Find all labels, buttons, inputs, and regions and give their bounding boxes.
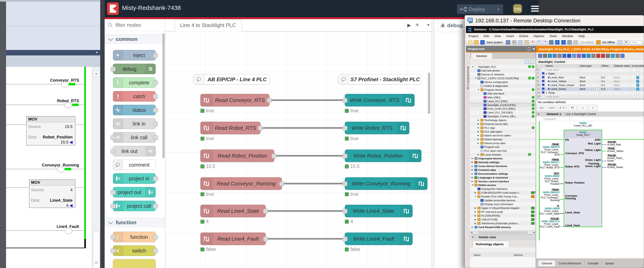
- palette-node-project-in[interactable]: project in: [113, 173, 156, 184]
- tree-expander-closed-icon[interactable]: ▶: [472, 180, 473, 182]
- tag-toolbar-icon[interactable]: [553, 54, 557, 58]
- menu-options[interactable]: Options: [531, 33, 547, 39]
- tag-row-8[interactable]: 8Line4_RedBool0.0false✓: [536, 76, 644, 80]
- tree-item-com-rs232-ppi-multi-master-c-[interactable]: ▶COM [RS232/PPI multi-master c...?: [470, 191, 536, 195]
- tag-accessible-cell[interactable]: [630, 72, 644, 76]
- tag-toolbar-icon[interactable]: [548, 54, 552, 58]
- write-node[interactable]: Write Conveyor_RTS: [345, 94, 414, 106]
- tree-item-from-line4-plc-db1-[interactable]: From_Line4_PLC [DB1]: [470, 107, 536, 111]
- tree-expander-open-icon[interactable]: ▼: [478, 89, 480, 91]
- tag-accessible-cell[interactable]: ✓: [630, 87, 644, 91]
- palette-node-catch[interactable]: catch: [113, 91, 156, 102]
- tag-column-name[interactable]: Name: [544, 64, 579, 68]
- undo-icon[interactable]: ↶: [537, 40, 541, 44]
- coil-symbol[interactable]: [65, 228, 72, 234]
- tag-toolbar-icon[interactable]: [620, 54, 624, 58]
- tree-expander-closed-icon[interactable]: ▶: [478, 119, 479, 121]
- tag-datatype-cell[interactable]: Bool: [579, 76, 600, 80]
- node-input-port[interactable]: [342, 209, 348, 214]
- tree-item-ungrouped-devices[interactable]: ▶Ungrouped devices: [470, 157, 536, 160]
- tree-expander-closed-icon[interactable]: ▶: [478, 134, 479, 136]
- start-rt-icon[interactable]: [568, 40, 572, 44]
- palette-node-inject[interactable]: inject: [113, 50, 156, 60]
- tree-expander-closed-icon[interactable]: ▶: [478, 131, 479, 133]
- node-output-port[interactable]: [258, 126, 263, 131]
- input-operand[interactable]: FALSE%DB1.DBX12.0"From_Line4_PLC".Line4_…: [536, 218, 560, 228]
- main-menu-button[interactable]: [531, 6, 539, 12]
- tag-datatype-cell[interactable]: [579, 68, 600, 72]
- node-output-port[interactable]: [263, 237, 268, 242]
- tag-accessible-cell[interactable]: ✓: [630, 76, 644, 80]
- deploy-caret-icon[interactable]: ▼: [497, 8, 500, 11]
- search-input[interactable]: [115, 21, 162, 29]
- tree-item-plc-1-cpu-1212c-ac-dc-rly-[interactable]: ▼PLC_1 [CPU 1212C AC/DC/Rly]✓: [470, 76, 536, 80]
- flow-wire[interactable]: [274, 155, 345, 157]
- tab-devices[interactable]: Devices: [471, 53, 492, 59]
- tree-item-display-more-information[interactable]: Display more information: [470, 202, 536, 206]
- tree-item-hyper-v-virtual-ethernet-adapt[interactable]: ▶Hyper-V Virtual Ethernet Adapter: [470, 206, 536, 210]
- tree-item-line4-plc-db-db2-[interactable]: Line4_PLC_DB [DB2]: [470, 111, 536, 114]
- tree-expander-closed-icon[interactable]: ▶: [472, 226, 473, 228]
- pin-panel-icon[interactable]: [528, 47, 530, 50]
- save-project-icon[interactable]: [480, 40, 485, 44]
- tree-item-stacklight-control-fb1-[interactable]: Stacklight_Control [FB1]: [470, 103, 536, 107]
- checkbox-empty-icon[interactable]: [636, 95, 639, 98]
- tree-expander-closed-icon[interactable]: ▶: [478, 127, 479, 129]
- breadcrumb-item[interactable]: Stacklight_Co: [636, 47, 644, 51]
- tag-toolbar-icon[interactable]: [582, 54, 586, 58]
- checkbox-empty-icon[interactable]: [636, 68, 639, 71]
- node-input-port[interactable]: [111, 249, 116, 253]
- tree-item-line4-plc-fb2-[interactable]: Line4_PLC [FB2]: [470, 99, 536, 103]
- breadcrumb[interactable]: Stacklight_PLC ▶ PLC_1 [CPU 1212C AC/DC/…: [536, 46, 644, 52]
- tag-toolbar-icon[interactable]: [586, 54, 590, 58]
- checkbox-checked-icon[interactable]: ✓: [636, 84, 639, 87]
- checkbox-checked-icon[interactable]: ✓: [636, 80, 639, 83]
- open-project-icon[interactable]: [474, 40, 478, 44]
- read-node[interactable]: Read Robot_RTS: [200, 122, 260, 134]
- tree-item-teleservice-automatic-protoco-[interactable]: ▶TeleService [Automatic protoco...: [470, 222, 536, 225]
- copy-icon[interactable]: [518, 40, 522, 44]
- tag-name-cell[interactable]: Line4_Red: [544, 76, 579, 80]
- tree-item-device-configuration[interactable]: Device configuration: [470, 80, 536, 84]
- breadcrumb-item[interactable]: Stacklight_PLC: [538, 47, 561, 51]
- tag-datatype-cell[interactable]: [579, 91, 600, 95]
- node-input-port[interactable]: [111, 149, 116, 154]
- read-node[interactable]: Read Conveyor_RTS: [200, 94, 270, 106]
- node-output-port[interactable]: [153, 135, 158, 140]
- lad-instruction-button[interactable]: -( )-: [558, 105, 567, 111]
- node-input-port[interactable]: [342, 126, 348, 131]
- close-all-icon[interactable]: X: [624, 40, 628, 44]
- network-header[interactable]: ▼ Network 1: Line 4 Stacklight Control: [536, 112, 644, 116]
- coil-symbol[interactable]: [57, 166, 65, 173]
- tree-item-external-source-files[interactable]: ▶External source files: [470, 122, 536, 126]
- input-operand[interactable]: 15.5%DB1.DBD2"From_Line4_PLC".Robot_Posi…: [536, 172, 560, 185]
- mov-dest-tag[interactable]: Line4_State: [50, 198, 72, 203]
- tree-item-realtek-pcie-gbe-family-con-[interactable]: ▼Realtek PCIe GBE Family Con...: [470, 195, 536, 199]
- mov-block[interactable]: MOV Source 4 Dest Line4_State 4 ◀: [29, 179, 76, 208]
- tree-expander-closed-icon[interactable]: ▶: [472, 169, 473, 171]
- scroll-up-icon[interactable]: ▲: [93, 70, 100, 77]
- details-view-header[interactable]: ▼ Details view: [470, 234, 536, 241]
- tag-name-cell[interactable]: <Add new>: [544, 68, 579, 72]
- tree-view-icon[interactable]: [525, 60, 529, 64]
- mov-dest-tag[interactable]: Robot_Position: [43, 135, 72, 139]
- breadcrumb-item[interactable]: PLC_1 [CPU 1212C AC/DC/Rly]: [563, 47, 608, 51]
- delete-icon[interactable]: ✕: [530, 40, 535, 44]
- lad-canvas[interactable]: %DB2"Line4_PLC_DB"%FB2"Line4_PLC"ENENOCo…: [536, 121, 644, 259]
- checkbox-empty-icon[interactable]: [636, 72, 639, 75]
- tree-hscroll-thumb[interactable]: [478, 231, 528, 234]
- inspector-tab-cross-references[interactable]: Cross-references: [556, 260, 584, 267]
- tree-expander-closed-icon[interactable]: ▶: [475, 215, 476, 217]
- datatype-dropdown-icon[interactable]: ≣: [596, 87, 600, 91]
- tia-titlebar[interactable]: TIAV17 Siemens - C:\Users\richard\Docume…: [466, 26, 644, 33]
- go-online-label[interactable]: Go online: [581, 41, 594, 44]
- tag-name-cell[interactable]: Line4_Green: [544, 87, 579, 91]
- flow-wire[interactable]: [266, 210, 345, 212]
- palette-node-function[interactable]: ffunction: [113, 232, 156, 242]
- details-collapse-icon[interactable]: ▼: [472, 236, 474, 238]
- sidebar-resize-gutter[interactable]: [432, 19, 435, 268]
- tag-toolbar-icon[interactable]: [577, 54, 581, 58]
- tab-scroll-right-icon[interactable]: ▶: [407, 22, 411, 28]
- input-operand[interactable]: TRUE%DB1.DBX0.1"From_Line4_PLC".Robot_RT…: [536, 159, 560, 169]
- tree-item-documentation-settings[interactable]: ▶Documentation settings: [470, 172, 536, 176]
